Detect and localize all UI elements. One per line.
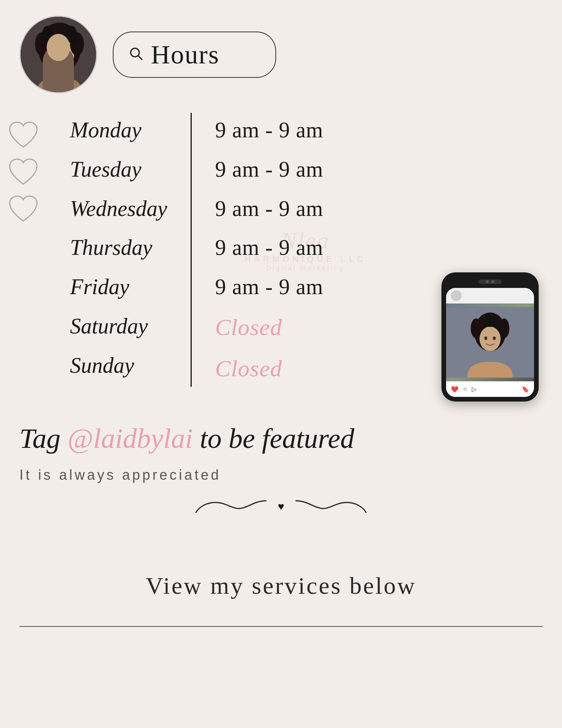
avatar-image xyxy=(21,17,96,92)
bookmark-action-icon: 🔖 xyxy=(522,386,529,393)
svg-point-5 xyxy=(42,26,54,43)
bottom-section: View my services below xyxy=(0,538,562,642)
page-container: Hours Nlea HARMONIQUE LLC Digital Market… xyxy=(0,0,562,728)
svg-line-11 xyxy=(138,56,142,60)
day-sunday: Sunday xyxy=(70,348,167,383)
phone-frame: ❤️ ○ ▷ 🔖 xyxy=(441,272,539,402)
hours-thursday: 9 am - 9 am xyxy=(215,230,323,265)
search-label: Hours xyxy=(151,39,219,70)
days-column: Monday Tuesday Wednesday Thursday Friday… xyxy=(70,113,167,383)
hours-tuesday: 9 am - 9 am xyxy=(215,152,323,187)
hours-sunday: Closed xyxy=(215,350,323,387)
phone-mockup: ❤️ ○ ▷ 🔖 xyxy=(441,272,539,402)
phone-camera xyxy=(478,279,502,284)
hearts-decoration xyxy=(8,121,39,224)
svg-point-7 xyxy=(52,23,67,37)
schedule-divider xyxy=(191,113,192,387)
heart-center-icon: ♥ xyxy=(278,500,284,513)
day-saturday: Saturday xyxy=(70,309,167,344)
heart-icon-1 xyxy=(8,121,39,150)
instagram-top-bar xyxy=(446,288,534,303)
svg-point-8 xyxy=(53,52,57,56)
instagram-actions: ❤️ ○ ▷ 🔖 xyxy=(446,381,534,397)
phone-notch xyxy=(446,277,534,286)
heart-icon-2 xyxy=(8,158,39,187)
swirl-left xyxy=(192,495,270,518)
camera-dot-1 xyxy=(486,280,489,283)
svg-point-6 xyxy=(65,26,77,43)
bottom-divider xyxy=(19,626,543,627)
hours-friday: 9 am - 9 am xyxy=(215,270,323,304)
hours-monday: 9 am - 9 am xyxy=(215,113,323,147)
camera-dot-2 xyxy=(491,280,494,283)
appreciated-text: It is always appreciated xyxy=(19,467,543,483)
tag-prefix: Tag xyxy=(19,423,67,454)
svg-point-17 xyxy=(499,319,509,339)
day-tuesday: Tuesday xyxy=(70,152,167,187)
tag-line: Tag @laidbylai to be featured xyxy=(19,422,543,455)
swirl-right xyxy=(292,495,370,518)
tag-handle: @laidbylai xyxy=(67,423,193,454)
day-monday: Monday xyxy=(70,113,167,147)
svg-point-9 xyxy=(62,52,66,56)
instagram-avatar xyxy=(451,290,462,301)
svg-point-15 xyxy=(480,326,501,351)
times-column: 9 am - 9 am 9 am - 9 am 9 am - 9 am 9 am… xyxy=(215,113,323,387)
heart-icon-3 xyxy=(8,195,39,224)
avatar xyxy=(19,16,97,93)
services-text: View my services below xyxy=(19,569,543,603)
share-action-icon: ▷ xyxy=(472,386,476,393)
tag-section: Tag @laidbylai to be featured It is alwa… xyxy=(0,398,562,538)
hours-wednesday: 9 am - 9 am xyxy=(215,191,323,226)
header: Hours xyxy=(0,0,562,101)
phone-screen: ❤️ ○ ▷ 🔖 xyxy=(446,288,534,397)
heart-action-icon: ❤️ xyxy=(451,386,459,393)
svg-point-18 xyxy=(484,316,497,327)
tag-suffix: to be featured xyxy=(193,423,354,454)
day-friday: Friday xyxy=(70,270,167,304)
hours-saturday: Closed xyxy=(215,309,323,346)
svg-point-19 xyxy=(485,337,487,340)
svg-point-16 xyxy=(471,319,481,339)
swirl-decoration: ♥ xyxy=(19,495,543,518)
day-wednesday: Wednesday xyxy=(70,191,167,226)
schedule-table: Monday Tuesday Wednesday Thursday Friday… xyxy=(70,113,323,387)
day-thursday: Thursday xyxy=(70,230,167,265)
comment-action-icon: ○ xyxy=(463,386,467,393)
search-bar[interactable]: Hours xyxy=(113,32,276,78)
svg-point-20 xyxy=(493,337,495,340)
instagram-photo xyxy=(446,303,534,381)
search-icon xyxy=(129,47,143,62)
